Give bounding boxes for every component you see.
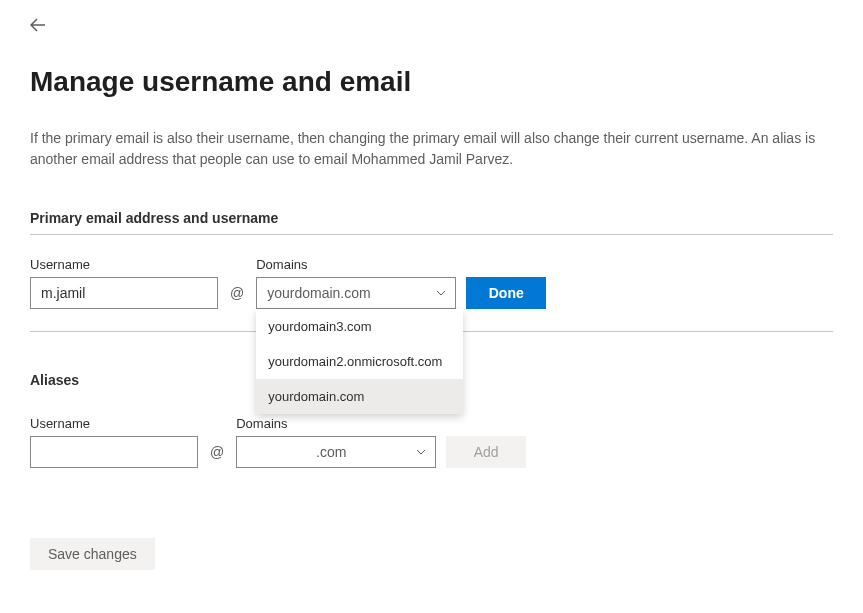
primary-username-input[interactable] [30,277,218,309]
save-changes-button[interactable]: Save changes [30,538,155,570]
domain-option[interactable]: yourdomain.com [256,379,463,414]
chevron-down-icon [435,287,447,299]
primary-username-group: Username [30,257,218,309]
done-button[interactable]: Done [466,277,546,309]
alias-domain-label: Domains [236,416,436,431]
footer-actions: Save changes [30,538,833,570]
primary-domain-label: Domains [256,257,456,272]
primary-section-heading: Primary email address and username [30,210,833,235]
at-symbol: @ [208,436,226,468]
primary-field-row: Username @ Domains yourdomain.com yourdo… [30,257,833,309]
alias-domain-text: .com [247,444,415,460]
alias-username-input[interactable] [30,436,198,468]
domain-option[interactable]: yourdomain2.onmicrosoft.com [256,344,463,379]
primary-username-label: Username [30,257,218,272]
back-arrow-icon[interactable] [30,18,46,36]
alias-username-label: Username [30,416,198,431]
chevron-down-icon [415,446,427,458]
page-title: Manage username and email [30,66,833,98]
page-description: If the primary email is also their usern… [30,128,833,170]
at-symbol: @ [228,277,246,309]
primary-domain-dropdown[interactable]: yourdomain.com [256,277,456,309]
alias-username-group: Username [30,416,198,468]
domain-dropdown-list: yourdomain3.com yourdomain2.onmicrosoft.… [256,309,463,414]
primary-domain-selected-text: yourdomain.com [267,285,371,301]
add-button[interactable]: Add [446,436,526,468]
alias-field-row: Username @ Domains .com Add [30,416,833,468]
alias-domain-group: Domains .com [236,416,436,468]
primary-domain-group: Domains yourdomain.com yourdomain3.com y… [256,257,456,309]
alias-domain-dropdown[interactable]: .com [236,436,436,468]
domain-option[interactable]: yourdomain3.com [256,309,463,344]
